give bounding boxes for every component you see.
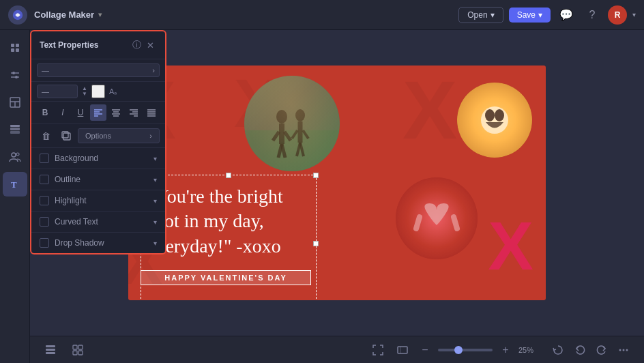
- section-outline[interactable]: Outline ▾: [31, 169, 165, 190]
- svg-rect-63: [78, 345, 83, 349]
- collage-canvas[interactable]: X X X X: [128, 66, 546, 300]
- options-row: 🗑 Options ›: [31, 124, 165, 148]
- svg-line-44: [282, 144, 285, 158]
- x-pink: X: [488, 212, 533, 280]
- panel-info-button[interactable]: ⓘ: [130, 38, 143, 52]
- aa-icon: Aₐ: [109, 87, 117, 96]
- options-dropdown[interactable]: Options ›: [78, 128, 160, 143]
- size-down-icon[interactable]: ▼: [82, 91, 87, 97]
- photo-couple: [244, 76, 340, 171]
- zoom-controls: − + 25%: [368, 340, 540, 360]
- color-swatch[interactable]: [91, 85, 105, 98]
- bold-button[interactable]: B: [37, 104, 53, 121]
- title-chevron-icon: ▾: [98, 11, 102, 18]
- undo-icon[interactable]: [570, 340, 589, 360]
- underline-button[interactable]: U: [72, 104, 89, 121]
- align-left-button[interactable]: [90, 104, 106, 121]
- section-curved-text[interactable]: Curved Text ▾: [31, 212, 165, 233]
- grid-icon[interactable]: [68, 340, 87, 360]
- format-row: B I U: [31, 102, 165, 124]
- delete-button[interactable]: 🗑: [37, 127, 55, 145]
- section-drop-shadow[interactable]: Drop Shadow ▾: [31, 233, 165, 253]
- svg-rect-34: [63, 133, 70, 140]
- sidebar-item-elements[interactable]: [3, 117, 27, 142]
- svg-rect-59: [46, 352, 55, 354]
- main-content: T Text Properties ⓘ ✕ — › — ▲ ▼: [0, 30, 644, 363]
- highlight-label: Highlight: [55, 196, 153, 205]
- options-chevron-icon: ›: [149, 132, 152, 140]
- user-avatar[interactable]: R: [608, 5, 627, 25]
- zoom-slider-thumb[interactable]: [454, 346, 463, 354]
- justify-button[interactable]: [143, 104, 160, 121]
- sidebar-item-text[interactable]: T: [3, 172, 27, 197]
- fit-screen-icon[interactable]: [368, 340, 387, 360]
- svg-rect-64: [73, 351, 77, 355]
- svg-rect-14: [10, 125, 20, 127]
- svg-rect-62: [73, 345, 77, 349]
- svg-point-53: [481, 106, 508, 134]
- more-icon[interactable]: [614, 340, 633, 360]
- svg-line-43: [278, 144, 282, 158]
- svg-line-57: [416, 217, 420, 229]
- outline-checkbox[interactable]: [40, 175, 49, 184]
- app-title: Collage Maker ▾: [34, 10, 102, 20]
- svg-point-16: [16, 153, 19, 156]
- svg-rect-38: [244, 130, 340, 171]
- x-letter-3: X: [402, 69, 457, 151]
- zoom-out-button[interactable]: −: [418, 343, 433, 358]
- svg-rect-3: [11, 48, 14, 52]
- duplicate-button[interactable]: [57, 127, 75, 145]
- left-sidebar: T: [0, 30, 30, 363]
- layers-icon[interactable]: [41, 340, 60, 360]
- svg-rect-66: [398, 347, 407, 353]
- svg-rect-13: [10, 128, 20, 130]
- redo-icon[interactable]: [592, 340, 611, 360]
- handle-tr[interactable]: [313, 173, 319, 178]
- handle-tm[interactable]: [226, 173, 231, 178]
- panel-header: Text Properties ⓘ ✕: [31, 31, 165, 59]
- refresh-icon[interactable]: [548, 340, 568, 360]
- svg-line-58: [454, 217, 457, 229]
- svg-text:T: T: [11, 179, 17, 190]
- save-button[interactable]: Save ▾: [509, 8, 551, 23]
- sidebar-item-add[interactable]: [3, 35, 27, 60]
- panel-title: Text Properties: [40, 40, 130, 50]
- sidebar-item-users[interactable]: [3, 145, 27, 169]
- background-checkbox[interactable]: [40, 154, 49, 163]
- photo-embrace: [457, 83, 532, 158]
- section-background[interactable]: Background ▾: [31, 148, 165, 169]
- outline-chevron-icon: ▾: [153, 176, 157, 184]
- svg-point-36: [244, 76, 340, 171]
- font-selector[interactable]: — ›: [37, 63, 160, 77]
- handle-mr[interactable]: [313, 241, 319, 246]
- sidebar-item-layout[interactable]: [3, 90, 27, 115]
- size-input[interactable]: —: [37, 85, 78, 98]
- highlight-checkbox[interactable]: [40, 196, 49, 205]
- panel-close-button[interactable]: ✕: [143, 38, 157, 52]
- sidebar-item-adjust[interactable]: [3, 63, 27, 87]
- svg-point-55: [495, 109, 504, 121]
- curved-text-checkbox[interactable]: [40, 217, 49, 227]
- background-chevron-icon: ▾: [153, 155, 157, 162]
- svg-line-47: [292, 130, 297, 139]
- drop-shadow-checkbox[interactable]: [40, 238, 49, 248]
- align-center-button[interactable]: [108, 104, 124, 121]
- chat-icon[interactable]: 💬: [556, 5, 576, 25]
- help-icon[interactable]: ?: [582, 5, 602, 25]
- align-right-button[interactable]: [126, 104, 142, 121]
- italic-button[interactable]: I: [55, 104, 71, 121]
- section-highlight[interactable]: Highlight ▾: [31, 190, 165, 212]
- svg-line-42: [284, 132, 291, 141]
- aspect-ratio-icon[interactable]: [393, 340, 412, 360]
- svg-point-7: [12, 72, 15, 74]
- svg-point-8: [15, 76, 18, 78]
- svg-point-45: [295, 109, 305, 121]
- app-logo: [8, 5, 27, 25]
- svg-rect-37: [244, 76, 340, 171]
- open-button[interactable]: Open ▾: [458, 7, 503, 23]
- curved-text-label: Curved Text: [55, 217, 153, 227]
- zoom-in-button[interactable]: +: [498, 343, 513, 358]
- drop-shadow-chevron-icon: ▾: [153, 239, 157, 247]
- svg-point-69: [623, 349, 625, 351]
- zoom-slider[interactable]: [438, 349, 493, 351]
